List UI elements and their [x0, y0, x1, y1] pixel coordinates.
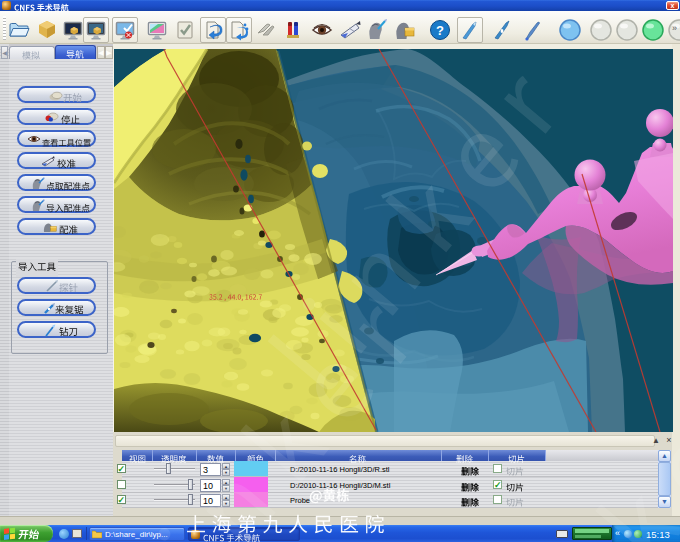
svg-text:?: ? [436, 23, 444, 38]
